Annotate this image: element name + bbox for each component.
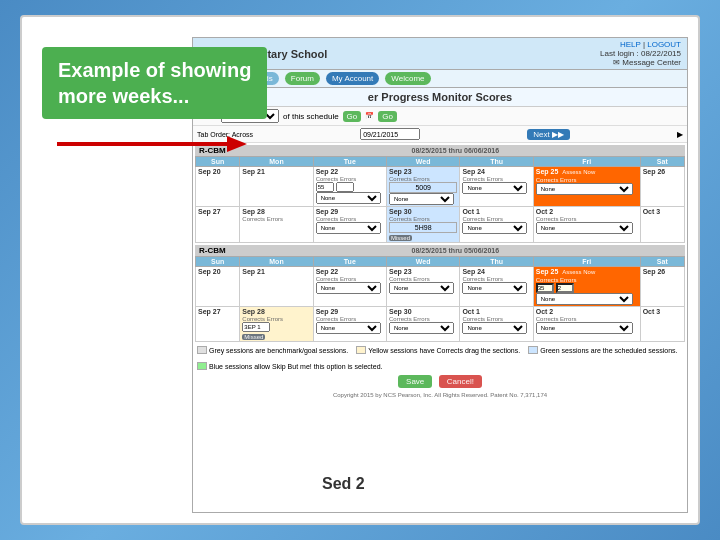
s2-none-sel-tue2[interactable]: None [316,322,381,334]
s2-none-sel-wed2[interactable]: None [389,322,454,334]
none-sel-tue1[interactable]: None [316,192,381,204]
cell-fri2: Oct 2 Corrects Errors None [533,207,640,243]
my-account-btn[interactable]: My Account [326,72,379,85]
slide-background: Example of showing more weeks... Ladd El… [0,0,720,540]
th-fri: Fri [533,157,640,167]
s2-cell-sat2: Oct 3 [640,307,684,342]
th-mon: Mon [240,157,313,167]
red-arrow [52,132,252,158]
th2-sat: Sat [640,257,684,267]
forum-btn[interactable]: Forum [285,72,320,85]
legend-blue-box [197,362,207,370]
message-center[interactable]: ✉ Message Center [613,58,681,67]
th-sat: Sat [640,157,684,167]
s2-missed-badge: Missed [242,334,265,340]
cell-tue2: Sep 29 Corrects Errors None [313,207,386,243]
th2-wed: Wed [387,257,460,267]
s2-cell-tue1: Sep 22 Corrects Errors None [313,267,386,307]
none-sel-tue2[interactable]: None [316,222,381,234]
cell-thu2: Oct 1 Corrects Errors None [460,207,533,243]
th-wed: Wed [387,157,460,167]
cell-sun2: Sep 27 [196,207,240,243]
cell-thu1: Sep 24 Corrects Errors None [460,167,533,207]
last-login: Last login : 08/22/2015 [600,49,681,58]
s2-cell-mon2: Sep 28 Corrects Errors Missed [240,307,313,342]
overlay-text-box: Example of showing more weeks... [42,47,267,119]
s2-cell-thu2: Oct 1 Corrects Errors None [460,307,533,342]
legend-yellow-text: Yellow sessions have Corrects drag the s… [368,347,520,354]
missed-badge: Missed [389,235,412,241]
section1-label: R-CBM 08/25/2015 thru 06/06/2016 [195,145,685,156]
cell-sun1: Sep 20 [196,167,240,207]
section1-table: Sun Mon Tue Wed Thu Fri Sat Sep [195,156,685,243]
section1-range: 08/25/2015 thru 06/06/2016 [230,147,681,154]
s2-cell-tue2: Sep 29 Corrects Errors None [313,307,386,342]
section2-label: R-CBM 08/25/2015 thru 05/06/2016 [195,245,685,256]
s2-none-sel-thu1[interactable]: None [462,282,527,294]
s2-none-sel-thu2[interactable]: None [462,322,527,334]
page-title-bar: er Progress Monitor Scores [193,88,687,107]
s2-none-sel-fri2[interactable]: None [536,322,633,334]
s2-cell-sun2: Sep 27 [196,307,240,342]
help-link[interactable]: HELP [620,40,641,49]
none-sel-fri1[interactable]: None [536,183,633,195]
legend-grey-text: Grey sessions are benchmark/goal session… [209,347,348,354]
next-button[interactable]: Next ▶▶ [527,129,570,140]
tab-order-row: Tab Order: Across Next ▶▶ ▶ [193,126,687,143]
s2-cell-sun1: Sep 20 [196,267,240,307]
cell-wed1: Sep 23 Corrects Errors 5009 None [387,167,460,207]
slide-container: Example of showing more weeks... Ladd El… [20,15,700,525]
s2-assess-now-badge[interactable]: Assess Now [560,268,597,276]
welcome-btn[interactable]: Welcome [385,72,430,85]
legend-blue-text: Blue sessions allow Skip But me! this op… [209,363,383,370]
go-button-2[interactable]: Go [378,111,397,122]
cell-wed2: Sep 30 Corrects Errors 5H98 Missed [387,207,460,243]
legend-item-green: Green sessions are the scheduled session… [528,346,677,354]
section2-table: Sun Mon Tue Wed Thu Fri Sat Sep [195,256,685,342]
cell-fri1: Sep 25 Assess Now Corrects Errors None [533,167,640,207]
legend-area: Grey sessions are benchmark/goal session… [193,344,687,372]
arrow-right: ▶ [677,130,683,139]
cell-mon1: Sep 21 [240,167,313,207]
th-thu: Thu [460,157,533,167]
section2-range: 08/25/2015 thru 05/06/2016 [230,247,681,254]
th-sun: Sun [196,157,240,167]
assess-now-badge[interactable]: Assess Now [560,168,597,176]
cancel-button[interactable]: Cancel! [439,375,482,388]
logo-bar: AIMSweb Leads Forum My Account Welcome [193,70,687,88]
th-tue: Tue [313,157,386,167]
s2-cell-thu1: Sep 24 Corrects Errors None [460,267,533,307]
none-sel-fri2[interactable]: None [536,222,633,234]
legend-green-text: Green sessions are the scheduled session… [540,347,677,354]
logout-link[interactable]: LOGOUT [647,40,681,49]
legend-item-blue: Blue sessions allow Skip But me! this op… [197,362,383,370]
s2-cell-wed1: Sep 23 Corrects Errors None [387,267,460,307]
none-sel-thu2[interactable]: None [462,222,527,234]
go-button[interactable]: Go [343,111,362,122]
legend-yellow-box [356,346,366,354]
section2: R-CBM 08/25/2015 thru 05/06/2016 Sun Mon… [195,245,685,342]
none-sel-wed1[interactable]: None [389,193,454,205]
overlay-text: Example of showing more weeks... [58,59,251,107]
s2-none-sel-tue1[interactable]: None [316,282,381,294]
svg-marker-1 [227,136,247,152]
s2-none-sel-fri1[interactable]: None [536,293,633,305]
legend-grey-box [197,346,207,354]
copyright: Copyright 2015 by NCS Pearson, Inc. All … [193,391,687,399]
none-sel-thu1[interactable]: None [462,182,527,194]
page-title: er Progress Monitor Scores [199,91,681,103]
section1: R-CBM 08/25/2015 thru 06/06/2016 Sun Mon… [195,145,685,243]
sed2-label: Sed 2 [322,475,365,493]
s2-none-sel-wed1[interactable]: None [389,282,454,294]
app-header: Ladd Elementary School HELP | LOGOUT Las… [193,38,687,70]
s2-cell-mon1: Sep 21 [240,267,313,307]
th2-sun: Sun [196,257,240,267]
date-input[interactable] [360,128,420,140]
th2-thu: Thu [460,257,533,267]
s2-cell-fri2: Oct 2 Corrects Errors None [533,307,640,342]
legend-item-grey: Grey sessions are benchmark/goal session… [197,346,348,354]
controls-row: Show two weeks one week four weeks of th… [193,107,687,126]
th2-tue: Tue [313,257,386,267]
header-right: HELP | LOGOUT Last login : 08/22/2015 ✉ … [600,40,681,67]
save-button[interactable]: Save [398,375,432,388]
